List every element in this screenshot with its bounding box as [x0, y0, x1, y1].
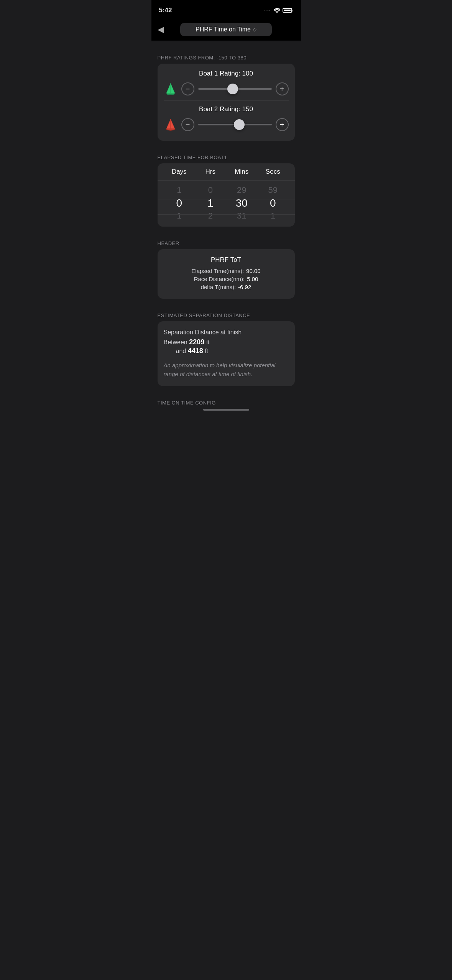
status-time: 5:42 [159, 7, 172, 14]
elapsed-time-picker: Days Hrs Mins Secs 1 0 1 0 1 2 29 30 [158, 163, 295, 227]
boat2-slider-row: − + [164, 118, 289, 132]
boat1-icon [164, 82, 178, 96]
results-card: PHRF ToT Elapsed Time(mins): 90.00 Race … [158, 249, 295, 299]
nav-title: PHRF Time on Time [196, 26, 251, 33]
boat2-icon [164, 118, 178, 132]
boat2-slider[interactable] [198, 119, 272, 130]
sep-note: An approximation to help visulalize pote… [164, 361, 289, 378]
home-indicator [203, 409, 249, 411]
mins-col[interactable]: 29 30 31 [226, 184, 258, 222]
ratings-section-label: PHRF RATINGS FROM: -150 TO 380 [151, 49, 301, 64]
bottom-section-label: TIME ON TIME CONFIG [151, 394, 301, 409]
time-col-mins-label: Mins [226, 168, 258, 176]
sep-and: and 4418 ft [164, 347, 289, 355]
time-picker-scroll[interactable]: 1 0 1 0 1 2 29 30 31 59 0 1 [158, 181, 295, 227]
race-distance-label: Race Distance(nm): [194, 276, 245, 282]
elapsed-time-label: Elapsed Time(mins): [191, 268, 244, 274]
sep-value1: 2209 [189, 338, 204, 346]
sep-and-prefix: and [176, 348, 188, 354]
separation-section-label: ESTIMATED SEPARATION DISTANCE [151, 306, 301, 321]
boat2-rating-title: Boat 2 Rating: 150 [164, 105, 289, 113]
delta-t-row: delta T(mins): -6.92 [164, 284, 289, 290]
elapsed-time-value: 90.00 [246, 268, 261, 274]
hrs-col[interactable]: 0 1 2 [195, 184, 226, 222]
time-col-secs-label: Secs [257, 168, 289, 176]
nav-title-container: PHRF Time on Time ◇ [180, 23, 272, 36]
secs-col[interactable]: 59 0 1 [257, 184, 289, 222]
delta-t-value: -6.92 [238, 284, 251, 290]
delta-t-label: delta T(mins): [201, 284, 236, 290]
nav-header: ▶ PHRF Time on Time ◇ [151, 19, 301, 41]
nav-chevron-icon: ◇ [253, 27, 256, 32]
race-distance-value: 5.00 [247, 276, 258, 282]
boat1-increment-button[interactable]: + [276, 82, 289, 95]
back-arrow-icon[interactable]: ▶ [158, 25, 164, 35]
sep-between: Between 2209 ft [164, 338, 289, 346]
sep-ft2: ft [203, 348, 208, 354]
signal-icon: ···· [263, 8, 271, 13]
days-col[interactable]: 1 0 1 [164, 184, 195, 222]
boat1-slider-row: − + [164, 82, 289, 96]
boat1-rating-title: Boat 1 Rating: 100 [164, 70, 289, 77]
boat2-decrement-button[interactable]: − [181, 118, 194, 131]
time-col-days-label: Days [164, 168, 195, 176]
wifi-icon [274, 8, 280, 13]
boat1-decrement-button[interactable]: − [181, 82, 194, 95]
battery-icon [283, 8, 293, 13]
race-distance-row: Race Distance(nm): 5.00 [164, 276, 289, 282]
boat2-increment-button[interactable]: + [276, 118, 289, 131]
boat1-slider[interactable] [198, 84, 272, 94]
status-bar: 5:42 ···· [151, 0, 301, 19]
status-icons: ···· [263, 8, 293, 13]
separation-card: Separation Distance at finish Between 22… [158, 321, 295, 386]
sep-title: Separation Distance at finish [164, 329, 289, 336]
time-col-hrs-label: Hrs [195, 168, 226, 176]
sep-between-prefix: Between [164, 339, 189, 345]
elapsed-time-row: Elapsed Time(mins): 90.00 [164, 268, 289, 274]
time-picker-header: Days Hrs Mins Secs [158, 163, 295, 181]
header-section-label: HEADER [151, 234, 301, 249]
sep-ft1: ft [204, 339, 209, 345]
ratings-card: Boat 1 Rating: 100 − + Boat 2 Rating: 15… [158, 64, 295, 141]
sep-value2: 4418 [188, 347, 203, 355]
elapsed-section-label: ELAPSED TIME FOR BOAT1 [151, 148, 301, 163]
results-title: PHRF ToT [164, 256, 289, 264]
